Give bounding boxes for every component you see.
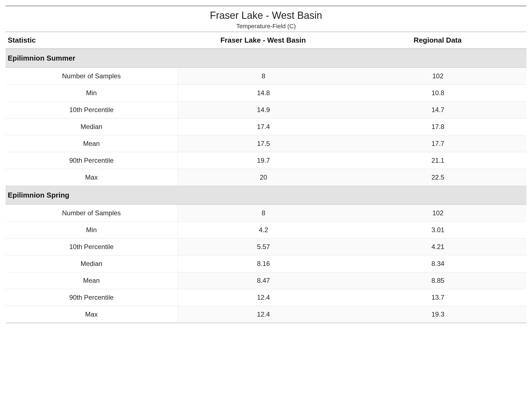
site-cell: 8 [177,204,349,221]
col-site: Fraser Lake - West Basin [177,32,349,49]
stats-table: Statistic Fraser Lake - West Basin Regio… [6,32,526,323]
column-header-row: Statistic Fraser Lake - West Basin Regio… [6,32,526,49]
site-cell: 5.57 [177,238,349,255]
site-cell: 4.2 [177,221,349,238]
regional-cell: 3.01 [349,221,526,238]
table-row: Mean8.478.85 [6,272,526,289]
col-regional: Regional Data [349,32,526,49]
regional-cell: 102 [349,68,526,84]
table-row: Number of Samples8102 [6,204,526,221]
section-title: Epilimnion Summer [6,49,526,68]
stat-cell: Mean [6,135,177,152]
regional-cell: 13.7 [349,289,526,306]
table-row: 90th Percentile19.721.1 [6,152,526,169]
site-cell: 17.4 [177,118,349,135]
stat-cell: Median [6,255,177,272]
site-cell: 8.47 [177,272,349,289]
table-body: Epilimnion SummerNumber of Samples8102Mi… [6,49,526,323]
site-cell: 14.9 [177,101,349,118]
table-row: 10th Percentile14.914.7 [6,101,526,118]
stat-cell: 10th Percentile [6,238,177,255]
section-header: Epilimnion Spring [6,186,526,204]
section-title: Epilimnion Spring [6,186,526,204]
site-cell: 8.16 [177,255,349,272]
table-row: 90th Percentile12.413.7 [6,289,526,306]
table-row: Mean17.517.7 [6,135,526,152]
site-cell: 14.8 [177,84,349,101]
stat-cell: 90th Percentile [6,289,177,306]
site-cell: 12.4 [177,289,349,306]
site-cell: 20 [177,169,349,186]
report-subtitle: Temperature-Field (C) [6,23,526,30]
regional-cell: 22.5 [349,169,526,186]
stat-cell: Min [6,84,177,101]
table-row: Min14.810.8 [6,84,526,101]
regional-cell: 102 [349,204,526,221]
section-header: Epilimnion Summer [6,49,526,68]
regional-cell: 8.34 [349,255,526,272]
table-row: Max12.419.3 [6,306,526,323]
table-row: Max2022.5 [6,169,526,186]
table-row: Median8.168.34 [6,255,526,272]
stat-cell: Number of Samples [6,68,177,84]
stat-cell: Number of Samples [6,204,177,221]
regional-cell: 17.8 [349,118,526,135]
regional-cell: 21.1 [349,152,526,169]
col-statistic: Statistic [6,32,177,49]
site-cell: 19.7 [177,152,349,169]
report-title: Fraser Lake - West Basin [6,9,526,22]
stat-cell: Min [6,221,177,238]
table-row: Median17.417.8 [6,118,526,135]
regional-cell: 14.7 [349,101,526,118]
regional-cell: 8.85 [349,272,526,289]
stat-cell: 90th Percentile [6,152,177,169]
site-cell: 17.5 [177,135,349,152]
site-cell: 12.4 [177,306,349,323]
regional-cell: 19.3 [349,306,526,323]
report: Fraser Lake - West Basin Temperature-Fie… [6,6,526,323]
stat-cell: 10th Percentile [6,101,177,118]
table-row: Number of Samples8102 [6,68,526,84]
table-row: 10th Percentile5.574.21 [6,238,526,255]
table-row: Min4.23.01 [6,221,526,238]
stat-cell: Max [6,306,177,323]
regional-cell: 17.7 [349,135,526,152]
stat-cell: Mean [6,272,177,289]
site-cell: 8 [177,68,349,84]
stat-cell: Max [6,169,177,186]
stat-cell: Median [6,118,177,135]
regional-cell: 10.8 [349,84,526,101]
title-block: Fraser Lake - West Basin Temperature-Fie… [6,6,526,32]
regional-cell: 4.21 [349,238,526,255]
